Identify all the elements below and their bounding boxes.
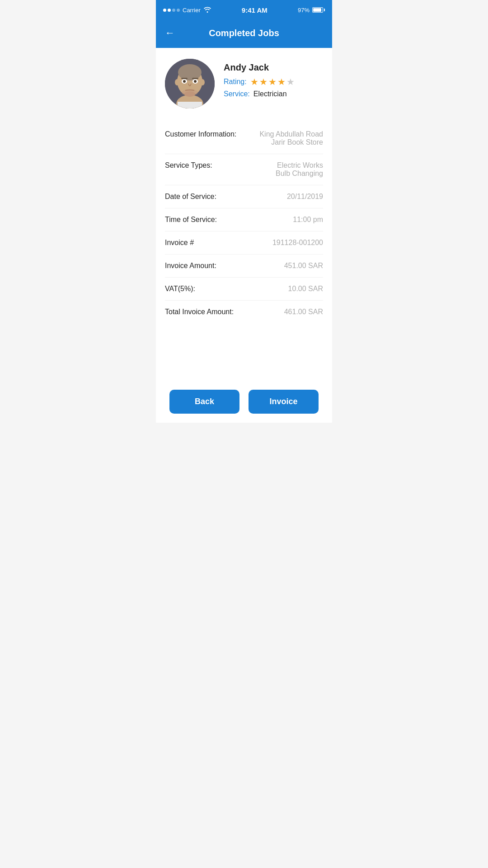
carrier-label: Carrier [183,7,201,14]
info-key: VAT(5%): [165,285,195,293]
info-value: 451.00 SAR [216,262,323,270]
svg-rect-2 [178,102,202,108]
rating-label: Rating: [224,78,247,86]
page-title: Completed Jobs [209,28,279,38]
svg-point-11 [183,80,186,83]
info-row: Time of Service:11:00 pm [165,208,323,231]
service-label: Service: [224,90,250,98]
info-row: VAT(5%):10.00 SAR [165,278,323,301]
avatar [165,59,215,108]
person-name: Andy Jack [224,62,323,73]
svg-point-12 [194,80,197,83]
info-key: Time of Service: [165,216,217,224]
info-row: Invoice Amount:451.00 SAR [165,255,323,278]
svg-point-6 [200,79,205,85]
info-value: 461.00 SAR [234,308,323,316]
service-value: Electrician [253,90,287,98]
signal-dot-2 [168,9,171,12]
status-time: 9:41 AM [242,6,267,14]
star-5: ★ [286,76,295,87]
info-row: Total Invoice Amount:461.00 SAR [165,301,323,323]
info-key: Customer Information: [165,130,236,138]
info-value: King Abdullah RoadJarir Book Store [236,130,323,146]
info-key: Invoice Amount: [165,262,216,270]
info-row: Date of Service:20/11/2019 [165,185,323,208]
info-table: Customer Information:King Abdullah RoadJ… [165,123,323,323]
info-value: 191128-001200 [194,239,323,247]
status-bar: Carrier 9:41 AM 97% [156,0,332,20]
back-arrow-icon[interactable]: ← [165,25,178,41]
star-2: ★ [259,76,267,87]
signal-dot-1 [163,9,166,12]
main-content: Andy Jack Rating: ★ ★ ★ ★ ★ Service: Ele… [156,48,332,381]
battery-icon [312,7,325,13]
signal-dot-3 [172,9,175,12]
info-value: 11:00 pm [217,216,323,224]
header: ← Completed Jobs [156,20,332,48]
signal-dot-4 [177,9,180,12]
status-bar-left: Carrier [163,6,211,14]
star-3: ★ [268,76,277,87]
rating-row: Rating: ★ ★ ★ ★ ★ [224,76,323,87]
profile-info: Andy Jack Rating: ★ ★ ★ ★ ★ Service: Ele… [224,59,323,98]
back-button[interactable]: Back [169,390,239,414]
star-rating: ★ ★ ★ ★ ★ [250,76,295,87]
invoice-button[interactable]: Invoice [249,390,319,414]
star-4: ★ [277,76,286,87]
info-value: 10.00 SAR [195,285,323,293]
info-key: Total Invoice Amount: [165,308,234,316]
info-value: 20/11/2019 [216,193,323,201]
svg-rect-8 [192,78,198,79]
info-key: Service Types: [165,161,212,170]
svg-point-5 [175,79,179,85]
info-row: Service Types:Electric WorksBulb Changin… [165,154,323,185]
info-row: Customer Information:King Abdullah RoadJ… [165,123,323,154]
svg-point-14 [184,91,195,97]
wifi-icon [203,6,211,14]
status-bar-right: 97% [298,7,325,14]
battery-percent: 97% [298,7,310,14]
star-1: ★ [250,76,258,87]
info-row: Invoice #191128-001200 [165,231,323,255]
bottom-bar: Back Invoice [156,381,332,423]
info-key: Date of Service: [165,193,216,201]
info-value: Electric WorksBulb Changing [212,161,323,178]
info-key: Invoice # [165,239,194,247]
signal-dots [163,9,180,12]
svg-rect-7 [181,78,188,79]
service-row: Service: Electrician [224,90,323,98]
profile-section: Andy Jack Rating: ★ ★ ★ ★ ★ Service: Ele… [165,59,323,108]
